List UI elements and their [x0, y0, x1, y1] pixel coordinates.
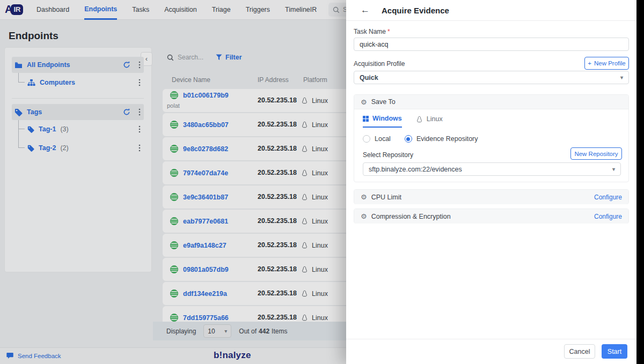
cancel-button[interactable]: Cancel: [564, 344, 595, 359]
start-button[interactable]: Start: [602, 344, 627, 359]
tab-linux[interactable]: Linux: [416, 115, 443, 128]
repository-value: sftp.binalyze.com:22/evidences: [369, 166, 462, 173]
cpu-limit-header: ⚙ CPU Limit Configure: [354, 190, 628, 204]
save-to-title: Save To: [371, 98, 396, 106]
required-asterisk: *: [387, 28, 390, 35]
task-name-value: quick-acq: [360, 41, 389, 48]
gear-icon: ⚙: [361, 212, 367, 220]
drawer-header: ← Acquire Evidence: [346, 0, 636, 21]
new-profile-label: New Profile: [594, 60, 626, 66]
windows-logo-icon: [363, 116, 369, 122]
radio-selected-icon: [405, 135, 412, 143]
chevron-down-icon: ▾: [612, 166, 615, 172]
acquisition-profile-label: Acquisition Profile: [354, 60, 405, 68]
task-name-label: Task Name*: [354, 28, 390, 35]
new-repository-button[interactable]: New Repository: [570, 147, 622, 160]
tab-windows-label: Windows: [372, 115, 402, 122]
task-name-input[interactable]: quick-acq: [354, 38, 629, 51]
platform-tabs: Windows Linux: [354, 109, 628, 128]
cpu-limit-title: CPU Limit: [371, 194, 401, 201]
save-to-section: ⚙ Save To Windows Linux Local: [354, 94, 629, 182]
gear-icon: ⚙: [361, 193, 367, 201]
compression-section: ⚙ Compression & Encryption Configure: [354, 209, 629, 224]
new-repository-label: New Repository: [574, 151, 618, 157]
task-name-label-text: Task Name: [354, 28, 386, 35]
screen-edge-black-strip: [636, 0, 644, 364]
compression-title: Compression & Encryption: [371, 213, 451, 220]
drawer-footer: Cancel Start: [346, 339, 636, 364]
select-repository-label: Select Repository: [363, 151, 413, 159]
linux-penguin-icon: [416, 115, 423, 123]
repository-select[interactable]: sftp.binalyze.com:22/evidences ▾: [363, 162, 621, 176]
acquisition-profile-select[interactable]: Quick ▾: [354, 71, 629, 84]
acquisition-profile-value: Quick: [360, 74, 378, 81]
radio-evidence-label: Evidence Repository: [416, 135, 478, 143]
cpu-limit-section: ⚙ CPU Limit Configure: [354, 189, 629, 204]
back-arrow-icon[interactable]: ←: [361, 5, 370, 16]
radio-local-label: Local: [375, 135, 391, 143]
radio-circle-icon: [363, 135, 370, 143]
compression-header: ⚙ Compression & Encryption Configure: [354, 209, 628, 224]
acquire-evidence-drawer: ← Acquire Evidence Task Name* quick-acq …: [346, 0, 636, 364]
chevron-down-icon: ▾: [620, 75, 623, 80]
save-location-radios: Local Evidence Repository: [354, 128, 628, 143]
gear-icon: ⚙: [361, 98, 367, 106]
tab-windows[interactable]: Windows: [363, 115, 402, 128]
drawer-title: Acquire Evidence: [382, 6, 449, 15]
plus-icon: +: [588, 60, 591, 66]
save-to-header: ⚙ Save To: [354, 95, 628, 109]
radio-evidence-repository[interactable]: Evidence Repository: [405, 135, 478, 143]
compression-configure-link[interactable]: Configure: [594, 213, 622, 220]
tab-linux-label: Linux: [427, 115, 443, 123]
cpu-configure-link[interactable]: Configure: [594, 194, 622, 201]
new-profile-button[interactable]: + New Profile: [584, 57, 629, 70]
radio-local[interactable]: Local: [363, 135, 391, 143]
